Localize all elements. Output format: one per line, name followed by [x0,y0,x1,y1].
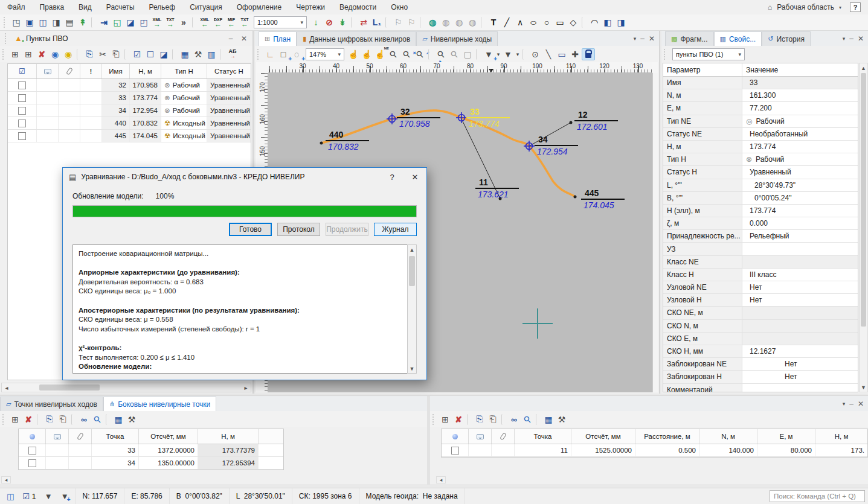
property-row[interactable]: L, °'" 28°30'49.73" [663,179,858,192]
txt-export-icon[interactable]: TXT [164,16,177,28]
selection-count[interactable]: ☑ 1 [22,492,36,501]
property-value[interactable]: Уравненный [742,166,858,178]
dialog-button[interactable]: Продолжить [326,223,368,236]
menu-item[interactable]: Чертежи [296,3,325,11]
points-load-icon[interactable]: ↓ [309,16,323,28]
property-value[interactable]: Нет [742,281,858,293]
import-file-icon[interactable]: ⇥ [97,16,111,28]
scroll-thumb[interactable] [39,384,100,391]
close-button[interactable]: ✕ [858,400,864,408]
bottom-tab[interactable]: ▱ Точки нивелирных ходов [0,397,103,411]
row-checkbox[interactable] [18,107,26,115]
lock-icon[interactable] [582,48,595,60]
property-row[interactable]: СКО H, мм 12.1627 [663,345,858,358]
command-search-input[interactable]: Поиск: Команда (Ctrl + Q) [770,490,865,502]
menu-item[interactable]: Оформление [237,3,281,11]
property-value[interactable]: 12.1627 [742,345,858,357]
dialog-titlebar[interactable]: ▤ Уравнивание - D:/Budo_A/ход с боковыми… [63,168,426,186]
panel-left-icon[interactable]: ◧ [601,16,614,28]
right-panel-tab[interactable]: ↺ История [762,31,811,46]
property-value[interactable]: Рельефный [742,230,858,242]
minimize-button[interactable]: – [226,34,236,43]
bulb-yellow-icon[interactable]: ◉ [62,48,75,60]
scroll-thumb[interactable] [861,73,866,327]
select-contour-icon[interactable]: ◌ [290,48,303,60]
add-row-icon[interactable]: ⊞ [8,48,22,60]
chevron-down-icon[interactable]: ▾ [843,401,846,407]
column-header-point[interactable]: Точка [92,429,139,444]
rename-icon[interactable]: АБ [226,48,239,60]
column-header-h[interactable]: H, м [130,64,161,78]
menu-item[interactable]: Окно [391,3,408,11]
chevron-down-icon[interactable]: ▾ [495,48,501,60]
text-tool-icon[interactable]: T [487,16,500,28]
chevron-down-icon[interactable]: ▾ [843,36,846,42]
menu-item[interactable]: Рельеф [149,3,176,11]
filter-icon[interactable]: ▼ [45,492,53,501]
snap-point-icon[interactable]: ⊙ [529,48,542,60]
link-document-icon[interactable]: ◨ [50,16,63,28]
map-point-label[interactable]: 445 174.045 [581,189,626,210]
property-value[interactable]: 0.000 [742,217,858,229]
property-value[interactable]: 77.200 [742,102,858,114]
dialog-button[interactable]: Журнал [374,223,417,236]
table-row[interactable]: 33 173.774 ⊗Рабочий Уравненный [8,92,251,104]
scroll-up-icon[interactable]: ▲ [860,63,867,72]
property-row[interactable]: Статус H Уравненный [663,166,858,179]
vertical-scrollbar[interactable]: ▲ ▼ [407,244,417,374]
copy-icon[interactable]: ⎘ [473,413,486,426]
property-value[interactable]: Нет [742,294,858,306]
panels-icon[interactable]: ◫ [7,492,14,501]
polyline-tool-icon[interactable]: ╱ [500,16,513,28]
chevron-down-icon[interactable]: ▾ [634,36,637,42]
property-row[interactable]: ζ, м 0.000 [663,217,858,230]
property-value[interactable]: 173.774 [742,205,858,217]
table-view-icon[interactable]: ▦ [112,413,125,426]
select-none-icon[interactable]: ☐ [144,48,157,60]
chevron-down-icon[interactable]: ▾ [515,48,521,60]
property-value[interactable] [742,307,858,319]
table-row[interactable]: 11 1525.00000 0.500 140.000 80.000 173. [442,444,867,457]
minimize-button[interactable]: – [849,34,854,43]
property-row[interactable]: B, °'" 0°00'05.24" [663,192,858,205]
add-row-icon[interactable]: ⊞ [8,413,22,426]
select-cursor-icon[interactable]: ☑ [19,67,25,75]
map-point-label[interactable]: 11 173.621 [475,178,520,199]
scroll-down-icon[interactable]: ▼ [860,383,867,392]
property-row[interactable]: Статус NE Необработанный [663,128,858,141]
open-icon[interactable]: ◳ [10,16,23,28]
row-checkbox[interactable] [28,459,36,467]
dxf-import-icon[interactable]: DXF [211,16,225,28]
table-view-icon[interactable]: ▦ [542,413,555,426]
bottom-tab[interactable]: ⋔ Боковые нивелирные точки [103,397,216,411]
help-button[interactable]: ? [850,2,861,12]
tree-icon[interactable]: ↟ [76,16,89,28]
table-row[interactable]: 34 172.954 ⊗Рабочий Уравненный [8,104,251,117]
select-rect-icon[interactable]: □ [277,48,290,60]
property-value[interactable] [742,243,858,255]
column-header-status[interactable]: Статус H [207,64,251,78]
menu-item[interactable]: Расчеты [106,3,135,11]
dialog-button[interactable]: Готово [229,223,272,236]
property-row[interactable]: Тип H ⊗Рабочий [663,153,858,166]
snap-line-icon[interactable]: ╲ [542,48,555,60]
property-row[interactable]: СКО N, м [663,320,858,333]
property-value[interactable]: ◎Рабочий [742,115,858,127]
globe3-icon[interactable]: ◍ [466,16,479,28]
row-checkbox[interactable] [28,447,36,455]
table-row[interactable]: 445 174.045 ☢Исходный Уравненный [8,130,251,142]
frame-icon[interactable]: ▭ [555,48,568,60]
filter-icon[interactable]: ▼ [501,48,515,60]
column-header-type[interactable]: Тип H [161,64,207,78]
column-header-param[interactable]: Параметр [663,63,742,76]
search-point-icon[interactable]: ⚲ [518,410,536,429]
search-point-icon[interactable]: ⚲ [88,410,106,429]
bulb-blue-icon[interactable]: ◉ [48,48,62,60]
map-point-label[interactable]: 32 170.958 [397,107,442,129]
property-row[interactable]: H (элл), м 173.774 [663,205,858,217]
flag-icon[interactable]: ⚐ [391,16,405,28]
table-row[interactable]: 440 170.832 ☢Исходный Уравненный [8,117,251,130]
l1-icon[interactable]: L₁ [370,16,384,28]
property-value[interactable]: III класс [742,269,858,281]
import-raster-icon[interactable]: ◱ [111,16,124,28]
